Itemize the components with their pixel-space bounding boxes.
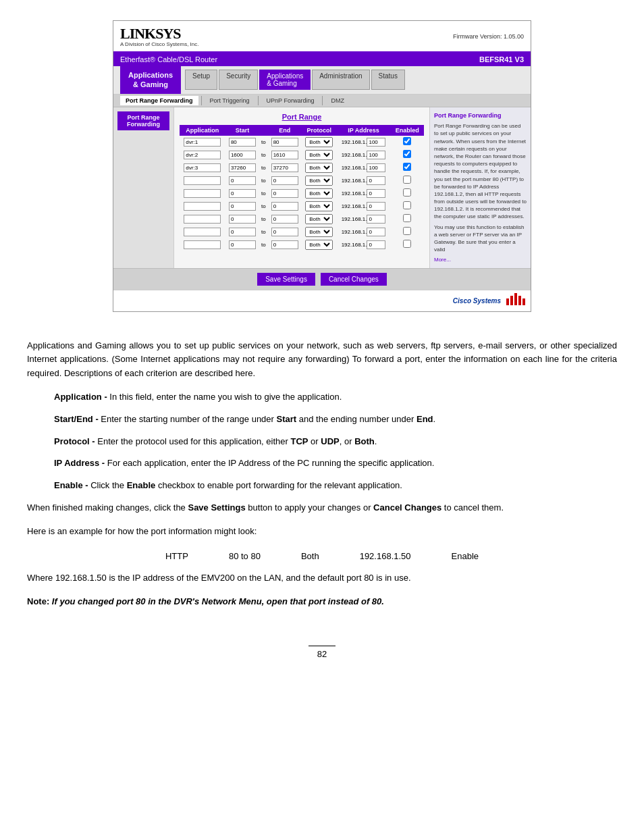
start-input-3[interactable]: [229, 163, 256, 172]
enabled-checkbox-1[interactable]: [403, 137, 411, 145]
table-row: to BothTCPUDP 192.168.1.: [180, 136, 424, 149]
app-input-2[interactable]: [184, 151, 221, 159]
ip-input-1[interactable]: [367, 138, 385, 147]
firmware-version: Firmware Version: 1.05.00: [453, 33, 524, 40]
app-input-8[interactable]: [184, 228, 221, 236]
tab-security[interactable]: Security: [219, 70, 258, 90]
end-input-6[interactable]: [271, 202, 298, 211]
ip-input-4[interactable]: [367, 176, 385, 185]
protocol-select-7[interactable]: BothTCPUDP: [305, 214, 333, 224]
app-input-9[interactable]: [184, 240, 221, 249]
start-input-1[interactable]: [229, 138, 256, 147]
svg-rect-2: [514, 293, 517, 305]
start-input-8[interactable]: [229, 228, 256, 236]
ip-input-6[interactable]: [367, 202, 385, 211]
sub-nav-port-triggering[interactable]: Port Triggering: [205, 96, 255, 105]
router-screenshot: LINKSYS A Division of Cisco Systems, Inc…: [113, 20, 531, 312]
end-input-7[interactable]: [271, 215, 298, 224]
protocol-text4: .: [375, 436, 377, 446]
tab-status[interactable]: Status: [371, 70, 405, 90]
protocol-select-5[interactable]: BothTCPUDP: [305, 188, 333, 199]
ip-input-5[interactable]: [367, 189, 385, 198]
example-row: HTTP 80 to 80 Both 192.168.1.50 Enable: [145, 548, 499, 565]
tab-administration[interactable]: Administration: [312, 70, 369, 90]
tab-setup[interactable]: Setup: [185, 70, 217, 90]
section-ipaddress: IP Address - For each application, enter…: [54, 457, 617, 471]
nav-tabs: Setup Security Applications& Gaming Admi…: [181, 67, 409, 93]
save-settings-button[interactable]: Save Settings: [257, 273, 315, 286]
end-input-1[interactable]: [271, 138, 298, 147]
enabled-checkbox-3[interactable]: [403, 163, 411, 171]
cancel-changes-button[interactable]: Cancel Changes: [321, 273, 387, 286]
section-startend: Start/End - Enter the starting number of…: [54, 413, 617, 427]
svg-rect-4: [522, 298, 525, 305]
to-label-4: to: [259, 174, 267, 187]
table-row: to BothTCPUDP 192.168.1.: [180, 174, 424, 187]
right-panel-text2: You may use this function to establish a…: [434, 224, 527, 254]
end-input-2[interactable]: [271, 151, 298, 159]
ip-prefix-9: 192.168.1.: [342, 242, 367, 248]
application-text: In this field, enter the name you wish t…: [109, 392, 342, 402]
ip-input-7[interactable]: [367, 215, 385, 224]
app-input-4[interactable]: [184, 176, 221, 185]
port-table: Application Start End Protocol IP Addres…: [180, 125, 424, 251]
start-bold: Start: [277, 414, 297, 424]
app-input-5[interactable]: [184, 189, 221, 198]
enabled-checkbox-5[interactable]: [403, 188, 411, 197]
protocol-select-6[interactable]: BothTCPUDP: [305, 201, 333, 211]
sub-nav-divider-1: [201, 96, 202, 105]
svg-rect-3: [518, 296, 521, 305]
end-input-3[interactable]: [271, 163, 298, 172]
enabled-checkbox-9[interactable]: [403, 240, 411, 248]
enable-text2: checkbox to enable port forwarding for t…: [155, 480, 402, 490]
ip-input-3[interactable]: [367, 163, 385, 172]
ip-prefix-6: 192.168.1.: [342, 203, 367, 209]
app-input-3[interactable]: [184, 163, 221, 172]
sub-nav-port-range[interactable]: Port Range Forwarding: [120, 96, 198, 105]
app-input-7[interactable]: [184, 215, 221, 224]
start-input-5[interactable]: [229, 189, 256, 198]
enabled-checkbox-7[interactable]: [403, 214, 411, 222]
tab-applications-gaming[interactable]: Applications& Gaming: [259, 70, 311, 90]
end-input-5[interactable]: [271, 189, 298, 198]
ip-input-2[interactable]: [367, 151, 385, 159]
end-bold: End: [417, 414, 433, 424]
start-input-9[interactable]: [229, 240, 256, 249]
sub-nav-upnp[interactable]: UPnP Forwarding: [261, 96, 320, 105]
start-input-2[interactable]: [229, 151, 256, 159]
enabled-checkbox-8[interactable]: [403, 227, 411, 235]
app-input-6[interactable]: [184, 202, 221, 211]
enabled-checkbox-2[interactable]: [403, 150, 411, 158]
right-panel-title: Port Range Forwarding: [434, 111, 527, 120]
col-application: Application: [180, 125, 225, 136]
startend-text2: and the ending number under: [296, 414, 417, 424]
sub-nav-dmz[interactable]: DMZ: [325, 96, 350, 105]
start-input-4[interactable]: [229, 176, 256, 185]
sidebar-port-range-btn[interactable]: Port Range Forwarding: [117, 111, 169, 130]
page-line: [308, 646, 336, 646]
end-input-8[interactable]: [271, 228, 298, 236]
protocol-select-8[interactable]: BothTCPUDP: [305, 227, 333, 237]
table-row: to BothTCPUDP 192.168.1.: [180, 238, 424, 251]
protocol-text: Enter the protocol used for this applica…: [97, 436, 290, 446]
protocol-select-2[interactable]: BothTCPUDP: [305, 150, 333, 160]
protocol-select-9[interactable]: BothTCPUDP: [305, 240, 333, 250]
enabled-checkbox-4[interactable]: [403, 176, 411, 184]
protocol-select-4[interactable]: BothTCPUDP: [305, 176, 333, 186]
cisco-logo: Cisco Systems: [453, 297, 501, 305]
end-input-9[interactable]: [271, 240, 298, 249]
protocol-label: Protocol -: [54, 436, 95, 446]
protocol-select-1[interactable]: BothTCPUDP: [305, 137, 333, 147]
protocol-select-3[interactable]: BothTCPUDP: [305, 163, 333, 173]
sub-nav-divider-2: [258, 96, 259, 105]
enabled-checkbox-6[interactable]: [403, 201, 411, 209]
start-input-6[interactable]: [229, 202, 256, 211]
example-app: HTTP: [145, 548, 209, 565]
right-panel-more-link[interactable]: More...: [434, 257, 451, 263]
app-input-1[interactable]: [184, 138, 221, 147]
ip-input-9[interactable]: [367, 240, 385, 249]
end-input-4[interactable]: [271, 176, 298, 185]
ip-input-8[interactable]: [367, 228, 385, 236]
ip-prefix-2: 192.168.1.: [342, 152, 367, 158]
start-input-7[interactable]: [229, 215, 256, 224]
